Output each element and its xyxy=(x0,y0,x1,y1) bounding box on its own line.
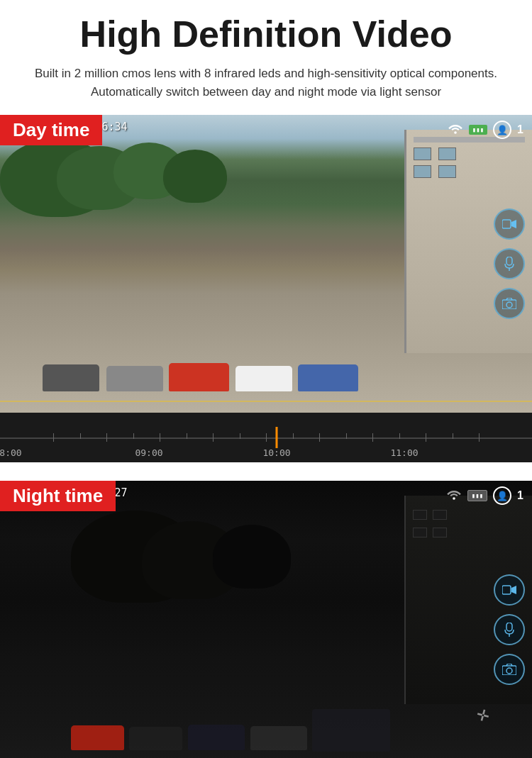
svg-marker-2 xyxy=(511,220,516,228)
svg-rect-1 xyxy=(502,220,511,228)
timeline-label-9: 09:00 xyxy=(135,447,162,458)
day-timeline: 8:00 09:00 10:00 11:00 xyxy=(0,413,532,462)
tick-sm-8 xyxy=(453,433,453,439)
section-gap xyxy=(0,462,532,474)
day-camera-overlay: 02-14-2019 09:56:34 ▮▮▮ 👤 1 xyxy=(0,115,532,413)
tick-3 xyxy=(160,433,160,442)
page-wrapper: High Definition Video Built in 2 million… xyxy=(0,0,532,758)
svg-rect-8 xyxy=(502,586,511,594)
svg-point-6 xyxy=(506,302,512,308)
tick-9 xyxy=(479,433,480,442)
video-button[interactable] xyxy=(494,208,525,240)
tick-8 xyxy=(426,433,426,442)
night-status-bar: ▮▮▮ 👤 1 xyxy=(446,486,523,505)
night-camera-section: Night time xyxy=(0,481,532,758)
night-camera-overlay: 02-20-2019 23:14:27 ▮▮▮ 👤 1 xyxy=(0,481,532,758)
svg-marker-9 xyxy=(511,586,516,594)
wifi-icon xyxy=(448,123,463,138)
night-mic-button[interactable] xyxy=(494,614,525,645)
battery-icon: ▮▮▮ xyxy=(469,125,487,135)
tick-6 xyxy=(319,433,320,442)
night-user-icon: 👤 xyxy=(493,486,511,505)
tick-sm-7 xyxy=(399,433,400,439)
page-title: High Definition Video xyxy=(21,14,511,55)
night-wifi-icon xyxy=(446,489,462,503)
timeline-label-11: 11:00 xyxy=(390,447,418,458)
user-circle-icon: 👤 xyxy=(493,121,511,139)
night-right-buttons[interactable] xyxy=(494,574,525,685)
svg-point-13 xyxy=(506,668,512,674)
tick-7 xyxy=(372,433,373,442)
night-user-count: 1 xyxy=(517,489,523,502)
night-camera-button[interactable] xyxy=(494,654,525,685)
night-mode-label: Night time xyxy=(0,481,116,511)
day-user-count: 1 xyxy=(517,123,523,136)
mic-button[interactable] xyxy=(494,248,525,279)
day-status-bar: ▮▮▮ 👤 1 xyxy=(448,121,523,139)
day-camera-view: 02-14-2019 09:56:34 ▮▮▮ 👤 1 xyxy=(0,115,532,413)
camera-button[interactable] xyxy=(494,288,525,319)
svg-rect-3 xyxy=(506,257,512,265)
tick-sm-4 xyxy=(240,433,240,439)
tick-2 xyxy=(106,433,107,442)
tick-4 xyxy=(213,433,214,442)
day-right-buttons[interactable] xyxy=(494,208,525,319)
tick-5 xyxy=(266,433,267,442)
timeline-label-8: 8:00 xyxy=(0,447,22,458)
timeline-label-10: 10:00 xyxy=(262,447,290,458)
svg-point-7 xyxy=(453,497,455,500)
svg-point-0 xyxy=(454,131,457,134)
tick-sm-6 xyxy=(346,433,347,439)
tick-sm-2 xyxy=(133,433,134,439)
night-video-button[interactable] xyxy=(494,574,525,606)
night-camera-view: ✛ 02-20-2019 23:14:27 ▮▮▮ 👤 1 xyxy=(0,481,532,758)
tick-1 xyxy=(53,433,54,442)
page-subtitle: Built in 2 million cmos lens with 8 infr… xyxy=(25,65,507,101)
day-timeline-marker[interactable] xyxy=(276,427,278,448)
tick-sm-5 xyxy=(293,433,294,439)
night-battery-icon: ▮▮▮ xyxy=(467,490,487,501)
svg-rect-10 xyxy=(506,623,512,631)
day-timeline-track: 8:00 09:00 10:00 11:00 xyxy=(0,413,532,462)
tick-sm-1 xyxy=(80,433,81,439)
tick-sm-3 xyxy=(187,433,187,439)
day-mode-label: Day time xyxy=(0,115,102,145)
header-section: High Definition Video Built in 2 million… xyxy=(0,0,532,108)
day-camera-section: Day time xyxy=(0,115,532,462)
